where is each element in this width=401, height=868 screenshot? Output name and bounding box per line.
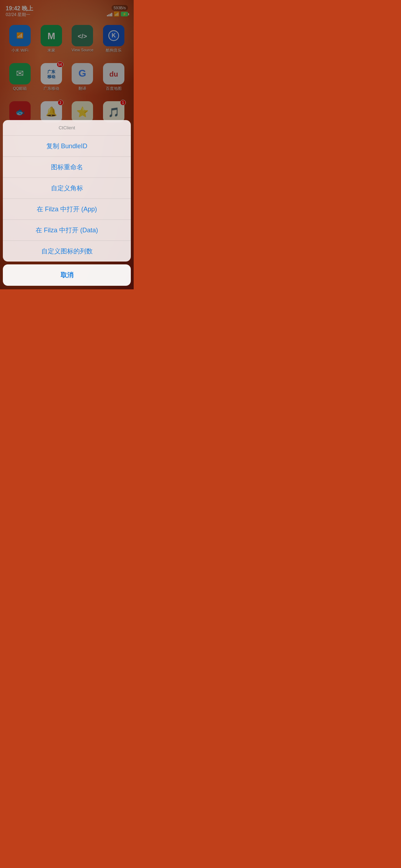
action-open-filza-data[interactable]: 在 Filza 中打开 (Data) (3, 220, 131, 241)
action-open-filza-app[interactable]: 在 Filza 中打开 (App) (3, 199, 131, 220)
action-custom-columns[interactable]: 自定义图标的列数 (3, 241, 131, 262)
cancel-button[interactable]: 取消 (3, 264, 131, 286)
action-rename-icon[interactable]: 图标重命名 (3, 157, 131, 178)
action-custom-badge[interactable]: 自定义角标 (3, 178, 131, 199)
action-copy-bundle-id[interactable]: 复制 BundleID (3, 136, 131, 157)
action-sheet-main: CtClient 复制 BundleID 图标重命名 自定义角标 在 Filza… (3, 120, 131, 262)
action-sheet-wrapper: CtClient 复制 BundleID 图标重命名 自定义角标 在 Filza… (0, 120, 134, 289)
sheet-title: CtClient (3, 120, 131, 136)
